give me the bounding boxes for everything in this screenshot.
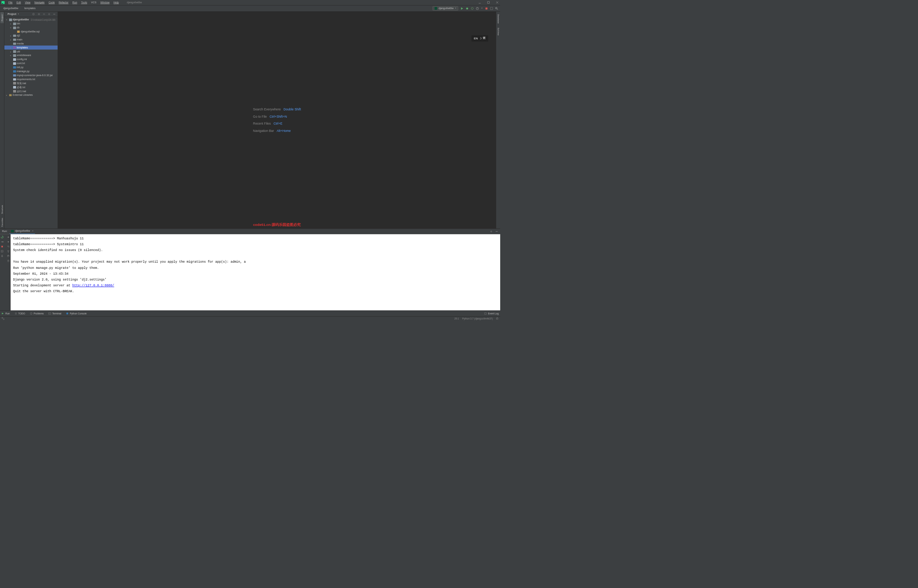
menu-code[interactable]: Code: [47, 1, 57, 5]
tree-item[interactable]: config.ini: [4, 58, 58, 61]
tree-item[interactable]: ▸templates: [4, 45, 58, 50]
coverage-icon[interactable]: [471, 7, 474, 10]
tool-terminal[interactable]: Terminal: [49, 312, 61, 315]
collapse-all-icon[interactable]: [43, 13, 45, 16]
ime-badge[interactable]: EN ☽ 简: [471, 36, 488, 42]
tree-item[interactable]: manage.py: [4, 69, 58, 74]
print-icon[interactable]: [7, 255, 10, 258]
side-tab-database[interactable]: Database: [497, 12, 500, 26]
tools-icon[interactable]: [2, 317, 5, 320]
close-icon[interactable]: [496, 1, 499, 4]
search-icon[interactable]: [495, 7, 499, 10]
tool-problems[interactable]: Problems: [30, 312, 44, 315]
breadcrumb-item[interactable]: templates: [24, 7, 36, 10]
tree-item[interactable]: init.py: [4, 66, 58, 69]
tool-run[interactable]: Run: [2, 312, 10, 315]
tree-item[interactable]: 安装.bat: [4, 81, 58, 85]
project-tree[interactable]: ▾ django6wt8w D:\releaseComp\24-08\ ▸bin…: [4, 17, 58, 228]
side-tab-favorites[interactable]: Favorites: [0, 216, 4, 229]
chevron-right-icon[interactable]: ▸: [10, 54, 12, 57]
hide-icon[interactable]: [495, 230, 499, 233]
svg-point-7: [466, 7, 468, 9]
maximize-icon[interactable]: [487, 1, 490, 4]
pin-icon[interactable]: [1, 255, 4, 258]
lock-icon[interactable]: [496, 317, 499, 320]
breadcrumb[interactable]: django6wt8w 〉 templates: [2, 6, 36, 10]
minimize-icon[interactable]: [478, 1, 481, 4]
chevron-down-icon[interactable]: ▾: [10, 27, 12, 29]
tree-item[interactable]: 运行.bat: [4, 89, 58, 93]
menu-tools[interactable]: Tools: [79, 1, 89, 5]
menu-vcs[interactable]: VCS: [89, 1, 98, 5]
down-icon[interactable]: [7, 241, 10, 243]
menu-help[interactable]: Help: [112, 1, 121, 5]
menu-run[interactable]: Run: [70, 1, 79, 5]
chevron-right-icon[interactable]: ▸: [10, 23, 12, 25]
gear-icon[interactable]: [48, 13, 51, 16]
stop-icon[interactable]: [1, 245, 4, 248]
chevron-right-icon[interactable]: ▸: [10, 39, 12, 41]
profile-icon[interactable]: [476, 7, 479, 10]
menu-navigate[interactable]: Navigate: [32, 1, 47, 5]
git-icon[interactable]: [490, 7, 493, 10]
tool-event-log[interactable]: Event Log: [484, 312, 499, 315]
window-title: django6wt8w: [127, 1, 142, 4]
modify-run-icon[interactable]: [1, 241, 4, 243]
tree-item[interactable]: cont.txt: [4, 61, 58, 66]
side-tabs-left: Project Structure Favorites: [0, 12, 4, 229]
side-tab-project[interactable]: Project: [0, 12, 4, 23]
tree-item[interactable]: media: [4, 42, 58, 45]
tree-external-libs[interactable]: ▸ External Libraries: [4, 93, 58, 97]
tool-todo[interactable]: TODO: [15, 312, 25, 315]
side-tab-sciview[interactable]: SciView: [497, 26, 500, 37]
tree-item[interactable]: ▸bin: [4, 22, 58, 26]
tree-item[interactable]: ▾db: [4, 26, 58, 30]
chevron-right-icon[interactable]: ▸: [10, 35, 12, 37]
menu-file[interactable]: File: [6, 1, 14, 5]
python-interpreter[interactable]: Python 3.7 (djangoo9m4k37): [462, 317, 493, 320]
run-configuration-select[interactable]: django6wt8w ▼: [432, 6, 458, 11]
trash-icon[interactable]: [7, 259, 10, 262]
expand-all-icon[interactable]: [37, 13, 40, 16]
tree-item[interactable]: requirements.txt: [4, 77, 58, 81]
rerun-icon[interactable]: [1, 236, 4, 239]
stop-icon[interactable]: [485, 7, 488, 10]
tree-item[interactable]: ▸util: [4, 50, 58, 53]
chevron-right-icon[interactable]: ▸: [10, 47, 12, 49]
chevron-down-icon[interactable]: ▾: [6, 19, 8, 21]
tree-item[interactable]: ▸dj2: [4, 34, 58, 38]
tree-item[interactable]: 必看.txt: [4, 85, 58, 89]
menu-view[interactable]: View: [23, 1, 32, 5]
debug-icon[interactable]: [466, 7, 469, 10]
menu-window[interactable]: Window: [99, 1, 112, 5]
breadcrumb-root[interactable]: django6wt8w: [3, 7, 18, 10]
up-icon[interactable]: [7, 236, 10, 239]
run-icon[interactable]: [460, 7, 464, 10]
tool-python-console[interactable]: Python Console: [66, 312, 86, 315]
run-tab[interactable]: django6wt8w ×: [10, 229, 36, 234]
gear-icon[interactable]: [490, 230, 493, 233]
tree-item[interactable]: ▸main: [4, 37, 58, 42]
chevron-down-icon[interactable]: ▼: [18, 13, 19, 15]
chevron-down-icon[interactable]: ▼: [481, 7, 483, 9]
layout-icon[interactable]: [1, 250, 4, 253]
chevron-right-icon[interactable]: ▸: [6, 94, 8, 96]
menu-edit[interactable]: Edit: [15, 1, 23, 5]
tree-root[interactable]: ▾ django6wt8w D:\releaseComp\24-08\: [4, 18, 58, 22]
scroll-to-end-icon[interactable]: [7, 250, 10, 253]
tree-item[interactable]: mysql-connector-java-8.0.32.jar: [4, 73, 58, 77]
run-output[interactable]: tableName============> Manhuashuju 11tab…: [11, 234, 500, 311]
menu-refactor[interactable]: Refactor: [57, 1, 71, 5]
close-icon[interactable]: ×: [32, 229, 34, 233]
cursor-position[interactable]: 25:1: [454, 317, 459, 320]
server-url-link[interactable]: http://127.0.0.1:8080/: [72, 284, 114, 288]
tree-item[interactable]: ▸xmiddleware: [4, 53, 58, 58]
soft-wrap-icon[interactable]: [7, 245, 10, 248]
side-tab-structure[interactable]: Structure: [0, 203, 4, 216]
tree-item[interactable]: django6wt8w.sql: [4, 30, 58, 34]
hide-icon[interactable]: [53, 13, 56, 16]
svg-line-12: [497, 8, 498, 10]
target-icon[interactable]: [32, 13, 35, 16]
chevron-right-icon[interactable]: ▸: [10, 51, 12, 53]
svg-point-20: [49, 13, 50, 15]
